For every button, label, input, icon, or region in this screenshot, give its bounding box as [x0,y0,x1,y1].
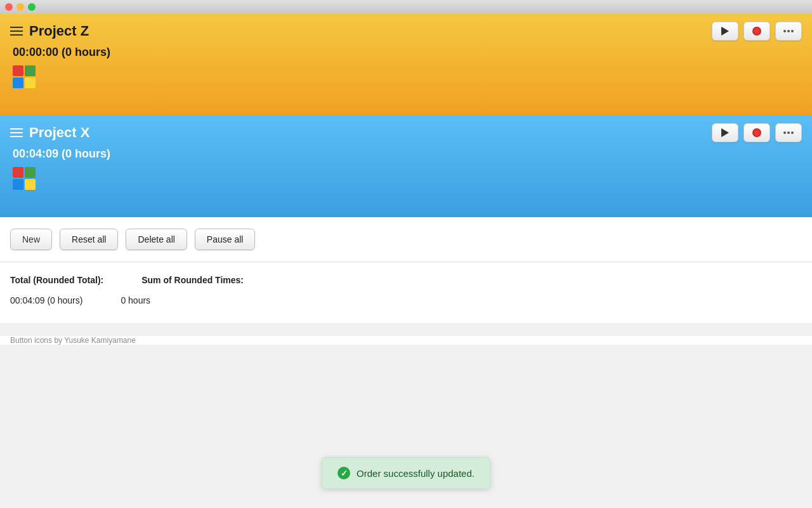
project-z-timer: 00:00:00 (0 hours) [13,46,802,59]
sum-value: 0 hours [121,295,150,305]
app-icon-cell [25,77,36,88]
bottom-toolbar: New Reset all Delete all Pause all [0,217,812,262]
app-icon-cell [25,65,36,76]
project-x-app-icon [13,167,36,190]
project-x-timer: 00:04:09 (0 hours) [13,147,802,161]
project-x-panel: Project X 00:04:09 (0 hours) [0,116,812,217]
maximize-dot[interactable] [28,3,36,11]
project-z-controls [712,22,802,41]
success-toast: ✓ Order successfully updated. [322,457,490,489]
project-x-controls [712,123,802,142]
toast-message: Order successfully updated. [357,468,475,479]
project-z-panel: Project Z 00:00:00 (0 hours) [0,14,812,116]
play-icon [721,128,729,137]
window-chrome [0,0,812,14]
total-label: Total (Rounded Total): [10,275,103,285]
project-x-stop-button[interactable] [743,123,770,142]
app-icon-cell [25,167,36,178]
stats-labels-row: Total (Rounded Total): Sum of Rounded Ti… [10,275,802,285]
project-x-more-button[interactable] [775,123,802,142]
app-icon-cell [13,179,23,190]
total-value: 00:04:09 (0 hours) [10,295,82,305]
more-icon [783,30,794,32]
footer-note: Button icons by Yusuke Kamiyamane [0,336,812,345]
more-icon [783,131,794,134]
pause-all-button[interactable]: Pause all [195,229,256,250]
project-z-more-button[interactable] [775,22,802,41]
project-z-play-button[interactable] [712,22,738,41]
app-icon-cell [13,77,23,88]
minimize-dot[interactable] [16,3,24,11]
close-dot[interactable] [5,3,13,11]
stop-icon [752,27,761,36]
app-icon-cell [13,167,23,178]
project-z-app-icon [13,65,36,88]
app-icon-cell [25,179,36,190]
stop-icon [752,128,761,137]
check-icon: ✓ [337,467,350,479]
project-z-stop-button[interactable] [743,22,770,41]
stats-values-row: 00:04:09 (0 hours) 0 hours [10,290,802,305]
app-icon-cell [13,65,23,76]
project-z-title: Project Z [29,23,89,39]
play-icon [721,27,729,36]
new-button[interactable]: New [10,229,52,250]
stats-section: Total (Rounded Total): Sum of Rounded Ti… [0,262,812,323]
delete-all-button[interactable]: Delete all [126,229,187,250]
reset-all-button[interactable]: Reset all [60,229,118,250]
project-x-title: Project X [29,124,89,141]
sum-label: Sum of Rounded Times: [141,275,244,285]
project-x-menu-icon[interactable] [10,128,23,137]
project-x-play-button[interactable] [712,123,738,142]
project-z-menu-icon[interactable] [10,27,23,36]
